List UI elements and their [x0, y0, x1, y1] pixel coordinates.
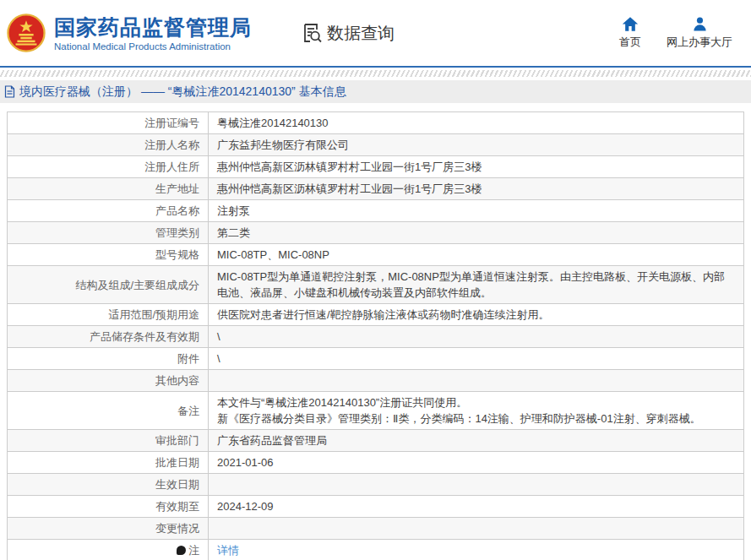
row-value: \: [209, 348, 744, 370]
site-logo-text: 国家药品监督管理局 National Medical Products Admi…: [54, 14, 252, 52]
detail-link[interactable]: 详情: [217, 544, 239, 557]
row-value: MIC-08TP型为单通道靶控注射泵，MIC-08NP型为单通道恒速注射泵。由主…: [209, 266, 744, 304]
national-emblem-icon: [7, 14, 46, 52]
row-label: 注册证编号: [8, 112, 209, 134]
row-label: 其他内容: [8, 370, 209, 392]
row-label: 附件: [8, 348, 209, 370]
note-dot-icon: [177, 546, 186, 555]
table-row: 结构及组成/主要组成成分 MIC-08TP型为单通道靶控注射泵，MIC-08NP…: [8, 266, 744, 304]
row-label: 结构及组成/主要组成成分: [8, 266, 209, 304]
striped-band: [0, 70, 751, 77]
nav-service-hall[interactable]: 网上办事大厅: [667, 16, 732, 50]
row-value: 第二类: [209, 222, 744, 244]
table-row: 变更情况: [8, 518, 744, 540]
row-label: 批准日期: [8, 452, 209, 474]
row-label: 适用范围/预期用途: [8, 304, 209, 326]
site-title: 国家药品监督管理局: [54, 14, 252, 40]
table-row: 注册人名称 广东益邦生物医疗有限公司: [8, 134, 744, 156]
row-value: 注射泵: [209, 200, 744, 222]
table-row: 其他内容: [8, 370, 744, 392]
user-icon: [692, 16, 708, 32]
nav-home-label: 首页: [619, 35, 641, 50]
header-divider: [0, 66, 751, 68]
row-value: \: [209, 326, 744, 348]
table-row: 批准日期 2021-01-06: [8, 452, 744, 474]
data-query-section[interactable]: 数据查询: [301, 22, 395, 45]
row-label: 审批部门: [8, 430, 209, 452]
row-value: [209, 518, 744, 540]
row-value: 广东益邦生物医疗有限公司: [209, 134, 744, 156]
site-subtitle: National Medical Products Administration: [54, 41, 252, 52]
home-icon: [622, 16, 639, 32]
row-label: 产品名称: [8, 200, 209, 222]
table-row: 生产地址 惠州仲恺高新区沥林镇罗村村工业园一街1号厂房三3楼: [8, 178, 744, 200]
row-label: 注: [8, 540, 209, 560]
row-value: 惠州仲恺高新区沥林镇罗村村工业园一街1号厂房三3楼: [209, 156, 744, 178]
row-value: MIC-08TP、MIC-08NP: [209, 244, 744, 266]
info-table-body: 注册证编号 粤械注准20142140130 注册人名称 广东益邦生物医疗有限公司…: [8, 112, 744, 560]
table-row: 有效期至 2024-12-09: [8, 496, 744, 518]
table-row: 适用范围/预期用途 供医院对患者进行恒速/靶控静脉输注液体或药物时准确连续注射用…: [8, 304, 744, 326]
breadcrumb-text: 境内医疗器械（注册） —— “粤械注准20142140130” 基本信息: [19, 84, 346, 100]
row-label: 变更情况: [8, 518, 209, 540]
registration-info-table: 注册证编号 粤械注准20142140130 注册人名称 广东益邦生物医疗有限公司…: [7, 111, 744, 560]
table-row: 备注 本文件与“粤械注准20142140130”注册证共同使用。新《医疗器械分类…: [8, 392, 744, 430]
table-row: 管理类别 第二类: [8, 222, 744, 244]
row-value: [209, 474, 744, 496]
row-value: 广东省药品监督管理局: [209, 430, 744, 452]
doc-search-icon: [301, 22, 323, 44]
row-label: 管理类别: [8, 222, 209, 244]
row-value: 粤械注准20142140130: [209, 112, 744, 134]
row-label: 生效日期: [8, 474, 209, 496]
nav-service-hall-label: 网上办事大厅: [667, 35, 732, 50]
row-value: 供医院对患者进行恒速/靶控静脉输注液体或药物时准确连续注射用。: [209, 304, 744, 326]
table-row: 产品名称 注射泵: [8, 200, 744, 222]
row-label: 有效期至: [8, 496, 209, 518]
row-value: 本文件与“粤械注准20142140130”注册证共同使用。新《医疗器械分类目录》…: [209, 392, 744, 430]
row-label: 备注: [8, 392, 209, 430]
row-value-line: 新《医疗器械分类目录》管理类别：Ⅱ类，分类编码：14注输、护理和防护器械-01注…: [217, 410, 735, 427]
table-row: 产品储存条件及有效期 \: [8, 326, 744, 348]
nav-home[interactable]: 首页: [619, 16, 641, 50]
data-query-label: 数据查询: [327, 22, 395, 45]
row-label: 注册人名称: [8, 134, 209, 156]
row-value: 2021-01-06: [209, 452, 744, 474]
row-label: 产品储存条件及有效期: [8, 326, 209, 348]
row-value: 惠州仲恺高新区沥林镇罗村村工业园一街1号厂房三3楼: [209, 178, 744, 200]
site-logo[interactable]: 国家药品监督管理局 National Medical Products Admi…: [7, 14, 252, 52]
table-row: 注册人住所 惠州仲恺高新区沥林镇罗村村工业园一街1号厂房三3楼: [8, 156, 744, 178]
site-header: 国家药品监督管理局 National Medical Products Admi…: [0, 0, 751, 66]
table-row: 型号规格 MIC-08TP、MIC-08NP: [8, 244, 744, 266]
table-row: 生效日期: [8, 474, 744, 496]
table-row: 注 详情: [8, 540, 744, 560]
row-value: 详情: [209, 540, 744, 560]
breadcrumb: 境内医疗器械（注册） —— “粤械注准20142140130” 基本信息: [0, 80, 751, 103]
row-value: 2024-12-09: [209, 496, 744, 518]
header-nav: 首页 网上办事大厅: [619, 16, 751, 50]
table-row: 附件 \: [8, 348, 744, 370]
page-icon: [4, 85, 15, 98]
row-value-line: 本文件与“粤械注准20142140130”注册证共同使用。: [217, 394, 735, 410]
row-label: 生产地址: [8, 178, 209, 200]
row-label: 型号规格: [8, 244, 209, 266]
row-label: 注册人住所: [8, 156, 209, 178]
row-value: [209, 370, 744, 392]
table-row: 注册证编号 粤械注准20142140130: [8, 112, 744, 134]
table-row: 审批部门 广东省药品监督管理局: [8, 430, 744, 452]
